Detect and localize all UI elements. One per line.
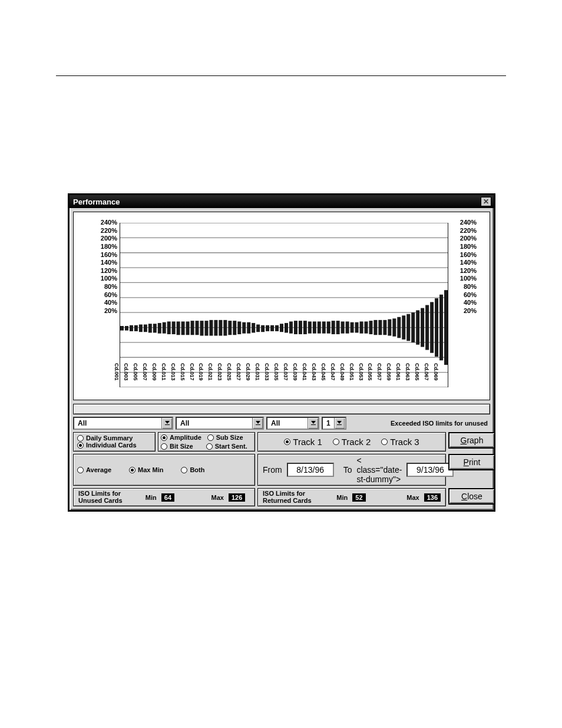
radio-max-min[interactable]: Max Min (129, 456, 163, 483)
x-tick-label: Cd.067 (424, 363, 429, 381)
y-tick-left: 80% (95, 283, 117, 290)
chart-area: Cd.001Cd.003Cd.005Cd.007Cd.009Cd.011Cd.0… (73, 212, 490, 400)
x-tick-label: Cd.059 (386, 363, 392, 381)
y-tick-left: 20% (95, 307, 117, 314)
svg-rect-33 (219, 320, 222, 336)
status-bar (73, 404, 490, 414)
filter-row: All All All 1 Exceeded ISO limits for un… (73, 417, 490, 430)
stat-group-panel: Average Max Min Both (73, 454, 255, 486)
metric-group-panel: Amplitude Sub Size Bit Size Start Sent. (158, 432, 255, 452)
track-group-panel: Track 1 Track 2 Track 3 (257, 432, 446, 452)
svg-rect-39 (247, 322, 250, 334)
radio-amplitude[interactable]: Amplitude (161, 434, 201, 441)
svg-rect-21 (163, 322, 166, 334)
svg-rect-66 (373, 320, 377, 335)
x-tick-label: Cd.043 (311, 363, 317, 381)
svg-rect-38 (242, 322, 246, 334)
svg-rect-47 (285, 323, 288, 332)
from-date-input[interactable]: 8/13/96 (287, 463, 334, 477)
x-tick-label: Cd.019 (198, 363, 204, 381)
y-tick-left: 140% (95, 259, 117, 266)
radio-daily-summary[interactable]: Daily Summary (77, 434, 151, 442)
close-button[interactable]: Close (448, 488, 495, 505)
print-button[interactable]: Print (448, 454, 495, 470)
svg-rect-23 (172, 321, 176, 334)
svg-rect-74 (411, 312, 415, 342)
x-tick-label: Cd.053 (358, 363, 364, 381)
y-tick-right: 80% (464, 283, 477, 290)
y-tick-left: 240% (95, 219, 117, 226)
close-icon[interactable]: ✕ (481, 197, 491, 206)
y-tick-right: 120% (460, 267, 477, 274)
window-title: Performance (73, 197, 120, 206)
svg-rect-82 (165, 424, 170, 425)
svg-rect-45 (275, 325, 279, 331)
svg-rect-83 (256, 424, 260, 425)
dropdown-icon[interactable] (334, 418, 345, 429)
dropdown-icon[interactable] (308, 418, 318, 429)
filter-combo-1[interactable]: All (73, 417, 173, 430)
radio-both[interactable]: Both (181, 456, 204, 483)
iso-returned-panel: ISO Limits for Returned Cards Min 52 Max… (257, 488, 446, 506)
svg-rect-14 (130, 325, 133, 331)
svg-rect-31 (209, 320, 213, 336)
titlebar: Performance ✕ (70, 195, 494, 208)
radio-bit-size[interactable]: Bit Size (161, 443, 193, 450)
svg-rect-20 (158, 323, 161, 334)
svg-rect-58 (336, 321, 340, 334)
radio-average[interactable]: Average (77, 456, 111, 483)
iso-unused-title: ISO Limits for Unused Cards (78, 490, 123, 504)
graph-button[interactable]: Graph (448, 432, 495, 449)
radio-track-3[interactable]: Track 3 (381, 437, 419, 447)
to-label: To (343, 465, 352, 475)
radio-track-2[interactable]: Track 2 (333, 437, 371, 447)
radio-sub-size[interactable]: Sub Size (207, 434, 243, 441)
dropdown-icon[interactable] (252, 418, 263, 429)
svg-rect-53 (313, 321, 316, 333)
svg-rect-61 (351, 322, 354, 333)
y-tick-left: 180% (95, 243, 117, 250)
svg-rect-26 (186, 321, 190, 335)
x-tick-label: Cd.029 (245, 363, 251, 381)
filter-combo-2[interactable]: All (176, 417, 264, 430)
svg-rect-48 (289, 321, 293, 333)
svg-rect-64 (365, 321, 368, 333)
filter-combo-4[interactable]: 1 (322, 417, 346, 430)
svg-rect-18 (148, 324, 152, 332)
x-tick-label: Cd.005 (133, 363, 138, 381)
svg-rect-71 (397, 317, 401, 338)
dropdown-icon[interactable] (161, 418, 172, 429)
svg-rect-70 (392, 318, 396, 336)
svg-rect-46 (280, 324, 283, 332)
svg-rect-55 (322, 321, 326, 333)
radio-track-1[interactable]: Track 1 (284, 437, 322, 447)
svg-rect-62 (355, 322, 359, 333)
iso-returned-min-value[interactable]: 52 (352, 493, 365, 502)
iso-returned-title: ISO Limits for Returned Cards (263, 490, 312, 504)
svg-rect-85 (337, 424, 342, 425)
svg-rect-22 (167, 321, 171, 334)
svg-rect-69 (388, 319, 391, 336)
x-tick-label: Cd.061 (395, 363, 401, 381)
y-tick-right: 200% (460, 235, 477, 242)
x-tick-label: Cd.069 (433, 363, 439, 381)
x-tick-label: Cd.039 (292, 363, 298, 381)
to-date-input[interactable]: 9/13/96 (406, 463, 454, 477)
iso-unused-min-value[interactable]: 64 (161, 493, 174, 502)
svg-rect-77 (425, 305, 429, 350)
svg-rect-81 (444, 290, 448, 365)
x-tick-label: Cd.047 (330, 363, 336, 381)
iso-unused-max-value[interactable]: 126 (229, 493, 245, 502)
svg-rect-84 (311, 424, 316, 425)
exceeded-label: Exceeded ISO limits for unused (349, 420, 490, 427)
iso-returned-max-value[interactable]: 136 (424, 493, 441, 502)
filter-combo-3[interactable]: All (266, 417, 319, 430)
page-divider (56, 75, 506, 76)
radio-start-sent[interactable]: Start Sent. (206, 443, 247, 450)
y-tick-right: 160% (460, 251, 477, 258)
radio-individual-cards[interactable]: Individual Cards (77, 442, 151, 449)
y-tick-left: 200% (95, 235, 117, 242)
filter-combo-4-value: 1 (323, 418, 334, 429)
y-tick-right: 240% (460, 219, 477, 226)
svg-rect-65 (369, 321, 372, 334)
